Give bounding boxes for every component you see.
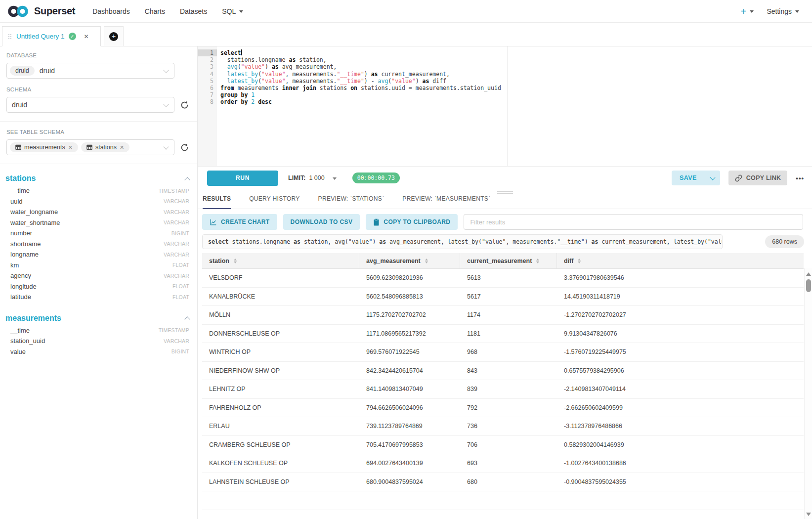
- tab-untitled-query[interactable]: Untitled Query 1 ✓ ✕: [2, 26, 101, 46]
- add-tab-button[interactable]: +: [104, 26, 124, 46]
- database-select[interactable]: druid druid: [6, 63, 174, 79]
- run-button[interactable]: RUN: [207, 171, 278, 186]
- cell: -1.5760719225449975: [557, 343, 804, 361]
- schema-table-header-stations[interactable]: stations: [0, 172, 197, 185]
- nav-charts[interactable]: Charts: [137, 7, 172, 15]
- superset-brand[interactable]: Superset: [7, 4, 75, 18]
- column-type: VARCHAR: [164, 241, 189, 247]
- code-line: avg("value") as avg_measurement,: [220, 63, 501, 70]
- cell: 5613: [460, 269, 557, 287]
- chevron-down-icon: [163, 67, 169, 73]
- executed-query-preview[interactable]: select stations.longname as station, avg…: [202, 234, 723, 249]
- column-name: agency: [10, 272, 31, 279]
- code-line: from measurements inner join stations on…: [220, 85, 501, 91]
- sort-icon[interactable]: [425, 259, 428, 263]
- results-actions: CREATE CHART DOWNLOAD TO CSV COPY TO CLI…: [202, 214, 803, 230]
- scrollbar-thumb[interactable]: [806, 279, 811, 292]
- table-schema-select[interactable]: measurements ✕ stations ✕: [6, 139, 174, 155]
- copy-link-button[interactable]: COPY LINK: [728, 171, 788, 185]
- table-row: CRAMBERG SCHLEUSE OP705.4170697995853706…: [202, 436, 804, 455]
- editor-code[interactable]: select stations.longname as station, avg…: [217, 46, 501, 166]
- column-header-avg_measurement[interactable]: avg_measurement: [359, 253, 460, 268]
- scroll-down-icon[interactable]: [806, 513, 811, 516]
- cell: 968: [460, 343, 557, 361]
- create-chart-button[interactable]: CREATE CHART: [202, 214, 277, 230]
- gutter-line-number: 5: [198, 78, 217, 85]
- clipboard-icon: [373, 218, 380, 226]
- save-options-caret[interactable]: [705, 177, 720, 179]
- collapse-chevron-icon[interactable]: [184, 177, 190, 182]
- schema-select[interactable]: druid: [6, 97, 174, 113]
- tab-results[interactable]: RESULTS: [203, 195, 231, 209]
- close-tab-icon[interactable]: ✕: [84, 33, 89, 40]
- schema-column-row: valueBIGINT: [0, 346, 197, 357]
- schema-column-row: water_longnameVARCHAR: [0, 207, 197, 217]
- column-header-diff[interactable]: diff: [557, 253, 804, 268]
- cell: 1174: [460, 306, 557, 324]
- cell: LAHNSTEIN SCHLEUSE OP: [202, 473, 359, 491]
- column-type: FLOAT: [172, 283, 189, 289]
- column-header-station[interactable]: station: [202, 253, 359, 268]
- elapsed-timer-badge: 00:00:00.73: [352, 173, 400, 183]
- cell: 5609.623098201936: [359, 269, 460, 287]
- sql-editor[interactable]: 12345678 select stations.longname as sta…: [198, 46, 812, 167]
- sort-icon[interactable]: [536, 259, 539, 263]
- column-name: number: [10, 229, 32, 237]
- sort-icon[interactable]: [234, 259, 237, 263]
- cell: 706: [460, 436, 557, 454]
- collapse-chevron-icon[interactable]: [184, 316, 190, 322]
- column-name: km: [10, 261, 19, 269]
- limit-dropdown[interactable]: LIMIT: 1 000: [288, 174, 337, 181]
- new-item-menu[interactable]: +: [741, 6, 754, 16]
- nav-datasets[interactable]: Datasets: [172, 7, 214, 15]
- row-count-badge: 680 rows: [765, 235, 804, 248]
- more-menu-icon[interactable]: •••: [796, 174, 804, 182]
- column-name: __time: [10, 187, 30, 194]
- schema-column-row: kmFLOAT: [0, 260, 197, 271]
- nav-sql-menu[interactable]: SQL: [214, 7, 251, 15]
- column-type: VARCHAR: [164, 209, 189, 215]
- code-line: stations.longname as station,: [220, 56, 501, 63]
- save-split-button[interactable]: SAVE: [672, 171, 720, 185]
- gutter-line-number: 1: [198, 49, 217, 56]
- table-row: KANALBRÜCKE5602.548096885813561714.45190…: [202, 288, 804, 306]
- table-chip-measurements[interactable]: measurements ✕: [10, 142, 78, 152]
- table-chip-stations[interactable]: stations ✕: [81, 142, 129, 152]
- nav-dashboards[interactable]: Dashboards: [85, 7, 137, 15]
- plus-icon: +: [741, 6, 747, 16]
- cell: 694.0027643400139: [359, 454, 460, 473]
- caret-down-icon: [333, 177, 337, 180]
- drag-handle-icon[interactable]: [8, 34, 11, 39]
- pane-resize-handle[interactable]: [497, 191, 513, 195]
- cell: 5617: [460, 288, 557, 306]
- tab-title: Untitled Query 1: [16, 33, 65, 40]
- tab-preview-measurements[interactable]: PREVIEW: `MEASUREMENTS`: [402, 195, 490, 209]
- results-scrollbar[interactable]: [804, 268, 812, 519]
- cell: 969.576071922545: [359, 343, 460, 361]
- download-csv-button[interactable]: DOWNLOAD TO CSV: [283, 214, 360, 230]
- editor-toolbar: RUN LIMIT: 1 000 00:00:00.73 SAVE COPY L…: [198, 167, 812, 189]
- copy-to-clipboard-button[interactable]: COPY TO CLIPBOARD: [366, 214, 458, 230]
- copy-to-clipboard-label: COPY TO CLIPBOARD: [384, 218, 450, 225]
- refresh-tables-button[interactable]: [180, 143, 189, 152]
- save-button[interactable]: SAVE: [672, 171, 705, 185]
- sort-icon[interactable]: [578, 259, 581, 263]
- column-name: water_shortname: [10, 219, 60, 226]
- tab-preview-stations[interactable]: PREVIEW: `STATIONS`: [318, 195, 385, 209]
- schema-column-row: longitudeFLOAT: [0, 281, 197, 292]
- remove-chip-icon[interactable]: ✕: [120, 144, 124, 151]
- cell: 841.1409813407049: [359, 380, 460, 398]
- tab-query-history[interactable]: QUERY HISTORY: [249, 195, 299, 209]
- sql-lab-main: 12345678 select stations.longname as sta…: [198, 46, 812, 519]
- filter-results-input[interactable]: [464, 214, 803, 230]
- settings-menu[interactable]: Settings: [767, 7, 799, 15]
- gutter-line-number: 2: [198, 56, 217, 63]
- cell: -2.1409813407049114: [557, 380, 804, 398]
- refresh-schemas-button[interactable]: [180, 100, 189, 110]
- remove-chip-icon[interactable]: ✕: [68, 144, 73, 151]
- column-header-current_measurement[interactable]: current_measurement: [460, 253, 557, 268]
- schema-table-header-measurements[interactable]: measurements: [0, 311, 197, 325]
- table-icon: [15, 144, 21, 150]
- scroll-up-icon[interactable]: [806, 272, 811, 276]
- table-row: KALKOFEN SCHLEUSE OP694.0027643400139693…: [202, 454, 804, 473]
